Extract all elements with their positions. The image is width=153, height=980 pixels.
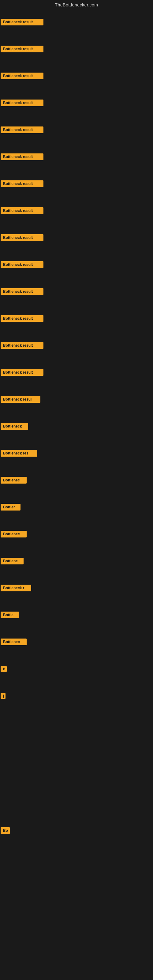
- empty-row-2: [0, 763, 153, 790]
- bottleneck-item-20: Bottlenec: [0, 520, 153, 547]
- bottleneck-badge-21: Bottlene: [1, 558, 24, 565]
- bottleneck-badge-26: |: [1, 693, 5, 699]
- bottleneck-badge-22: Bottleneck r: [1, 585, 31, 591]
- bottleneck-item-21: Bottlene: [0, 547, 153, 574]
- bottleneck-item-16: Bottleneck: [0, 413, 153, 440]
- final-bottleneck-badge: Bo: [1, 827, 10, 834]
- bottleneck-item-1: Bottleneck result: [0, 9, 153, 35]
- bottleneck-badge-19: Bottler: [1, 504, 21, 511]
- bottleneck-badge-14: Bottleneck result: [1, 369, 43, 376]
- bottleneck-badge-4: Bottleneck result: [1, 100, 43, 106]
- bottleneck-badge-9: Bottleneck result: [1, 234, 43, 241]
- final-empty-row-0: [0, 844, 153, 871]
- bottleneck-item-3: Bottleneck result: [0, 62, 153, 89]
- bottleneck-item-24: Bottlenec: [0, 628, 153, 655]
- bottleneck-badge-7: Bottleneck result: [1, 180, 43, 187]
- bottleneck-badge-11: Bottleneck result: [1, 288, 43, 295]
- bottleneck-item-14: Bottleneck result: [0, 359, 153, 386]
- bottleneck-badge-6: Bottleneck result: [1, 153, 43, 160]
- bottleneck-badge-25: B: [1, 666, 7, 672]
- bottleneck-item-2: Bottleneck result: [0, 35, 153, 62]
- bottleneck-item-5: Bottleneck result: [0, 116, 153, 143]
- bottleneck-list: Bottleneck resultBottleneck resultBottle…: [0, 9, 153, 952]
- page-wrapper: TheBottlenecker.com Bottleneck resultBot…: [0, 0, 153, 952]
- bottleneck-badge-8: Bottleneck result: [1, 207, 43, 214]
- bottleneck-item-6: Bottleneck result: [0, 143, 153, 170]
- bottleneck-badge-10: Bottleneck result: [1, 261, 43, 268]
- final-bottleneck-item: Bo: [0, 817, 153, 844]
- bottleneck-badge-20: Bottlenec: [1, 531, 27, 538]
- bottleneck-badge-17: Bottleneck res: [1, 450, 37, 457]
- empty-row-3: [0, 790, 153, 817]
- bottleneck-item-17: Bottleneck res: [0, 440, 153, 467]
- bottleneck-item-7: Bottleneck result: [0, 170, 153, 197]
- bottleneck-item-11: Bottleneck result: [0, 278, 153, 305]
- bottleneck-badge-5: Bottleneck result: [1, 126, 43, 133]
- bottleneck-badge-3: Bottleneck result: [1, 73, 43, 79]
- bottleneck-item-10: Bottleneck result: [0, 251, 153, 278]
- final-empty-row-1: [0, 871, 153, 898]
- bottleneck-badge-12: Bottleneck result: [1, 315, 43, 322]
- bottleneck-item-13: Bottleneck result: [0, 332, 153, 359]
- bottleneck-item-19: Bottler: [0, 494, 153, 520]
- bottleneck-item-15: Bottleneck resul: [0, 386, 153, 413]
- bottleneck-item-12: Bottleneck result: [0, 305, 153, 332]
- empty-row-1: [0, 736, 153, 763]
- final-empty-row-2: [0, 898, 153, 925]
- empty-row-0: [0, 709, 153, 736]
- bottleneck-badge-2: Bottleneck result: [1, 46, 43, 52]
- site-header: TheBottlenecker.com: [0, 0, 153, 9]
- bottleneck-item-8: Bottleneck result: [0, 197, 153, 224]
- bottleneck-badge-15: Bottleneck resul: [1, 396, 40, 403]
- bottleneck-item-18: Bottlenec: [0, 467, 153, 494]
- bottleneck-badge-24: Bottlenec: [1, 638, 27, 645]
- bottleneck-item-25: B: [0, 655, 153, 682]
- site-title: TheBottlenecker.com: [0, 0, 153, 9]
- bottleneck-item-4: Bottleneck result: [0, 89, 153, 116]
- final-empty-row-3: [0, 925, 153, 952]
- bottleneck-badge-16: Bottleneck: [1, 423, 28, 430]
- bottleneck-item-9: Bottleneck result: [0, 224, 153, 251]
- bottleneck-item-22: Bottleneck r: [0, 574, 153, 601]
- bottleneck-badge-13: Bottleneck result: [1, 342, 43, 349]
- bottleneck-badge-1: Bottleneck result: [1, 19, 43, 25]
- bottleneck-item-23: Bottle: [0, 601, 153, 628]
- bottleneck-badge-18: Bottlenec: [1, 477, 27, 484]
- bottleneck-badge-23: Bottle: [1, 612, 19, 618]
- bottleneck-item-26: |: [0, 682, 153, 709]
